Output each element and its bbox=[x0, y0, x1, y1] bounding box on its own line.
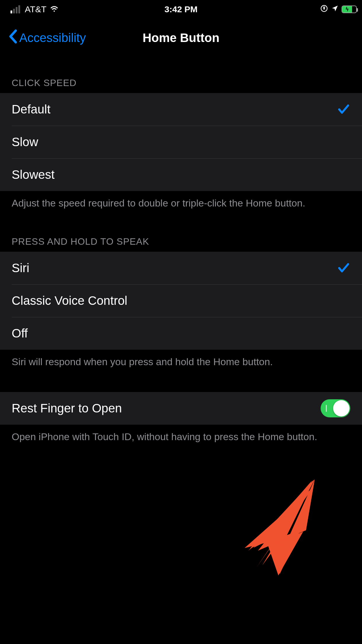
status-right: ϟ bbox=[320, 4, 357, 15]
svg-marker-4 bbox=[289, 479, 315, 538]
option-label: Slowest bbox=[12, 168, 55, 182]
svg-marker-3 bbox=[258, 479, 315, 561]
option-label: Classic Voice Control bbox=[12, 294, 127, 308]
option-slowest[interactable]: Slowest bbox=[0, 158, 362, 191]
rest-finger-label: Rest Finger to Open bbox=[12, 401, 122, 415]
status-bar: AT&T 3:42 PM ϟ bbox=[0, 0, 362, 19]
option-classic-voice-control[interactable]: Classic Voice Control bbox=[0, 284, 362, 317]
section-footer-rest-finger: Open iPhone with Touch ID, without havin… bbox=[0, 425, 362, 444]
rotation-lock-icon bbox=[320, 4, 328, 15]
back-label: Accessibility bbox=[19, 31, 86, 45]
option-label: Off bbox=[12, 326, 28, 340]
wifi-icon bbox=[49, 4, 59, 15]
status-left: AT&T bbox=[10, 4, 59, 15]
option-default[interactable]: Default bbox=[0, 93, 362, 126]
section-header-click-speed: CLICK SPEED bbox=[0, 57, 362, 93]
carrier-label: AT&T bbox=[25, 4, 46, 14]
section-header-press-hold: PRESS AND HOLD TO SPEAK bbox=[0, 210, 362, 252]
section-footer-press-hold: Siri will respond when you press and hol… bbox=[0, 350, 362, 369]
checkmark-icon bbox=[337, 103, 350, 116]
battery-icon: ϟ bbox=[342, 6, 357, 13]
checkmark-icon bbox=[337, 261, 350, 275]
option-label: Slow bbox=[12, 135, 38, 149]
cellular-signal-icon bbox=[10, 5, 20, 13]
charging-bolt-icon: ϟ bbox=[345, 6, 349, 13]
option-label: Siri bbox=[12, 261, 29, 275]
location-icon bbox=[331, 4, 339, 14]
option-slow[interactable]: Slow bbox=[0, 126, 362, 158]
status-time: 3:42 PM bbox=[164, 4, 197, 14]
option-off[interactable]: Off bbox=[0, 317, 362, 350]
toggle-rest-finger[interactable] bbox=[321, 399, 350, 417]
page-title: Home Button bbox=[143, 31, 219, 45]
annotation-arrow-icon bbox=[245, 478, 326, 578]
toggle-knob bbox=[333, 400, 349, 416]
option-siri[interactable]: Siri bbox=[0, 252, 362, 284]
back-button[interactable]: Accessibility bbox=[9, 29, 86, 46]
option-label: Default bbox=[12, 102, 50, 116]
group-click-speed: Default Slow Slowest bbox=[0, 93, 362, 191]
row-rest-finger[interactable]: Rest Finger to Open bbox=[0, 392, 362, 425]
nav-bar: Accessibility Home Button bbox=[0, 19, 362, 57]
section-footer-click-speed: Adjust the speed required to double or t… bbox=[0, 191, 362, 210]
svg-marker-2 bbox=[248, 480, 314, 575]
group-press-hold: Siri Classic Voice Control Off bbox=[0, 252, 362, 350]
chevron-back-icon bbox=[9, 29, 17, 46]
toggle-on-indicator bbox=[326, 405, 327, 412]
